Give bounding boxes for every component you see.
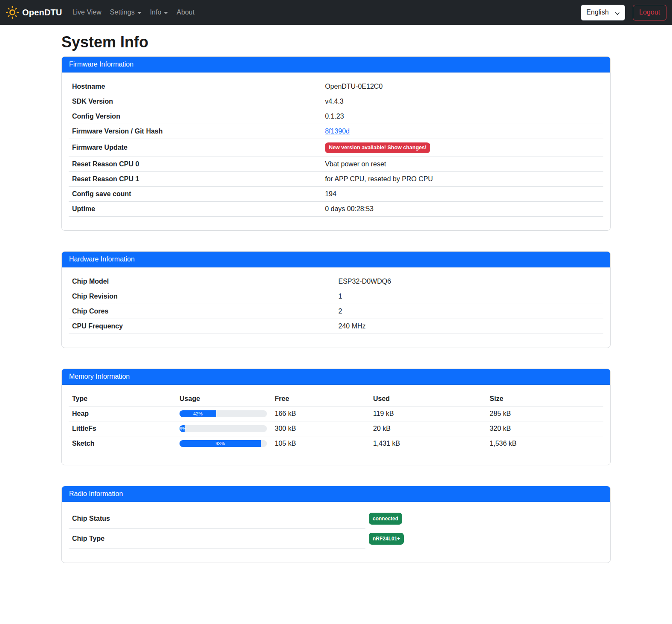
table-row: LittleFs 6% 300 kB 20 kB 320 kB xyxy=(69,421,603,436)
column-header: Type xyxy=(69,392,176,406)
free-value: 166 kB xyxy=(271,406,370,421)
heap-progress-bar: 42% xyxy=(180,410,216,417)
row-label: Chip Status xyxy=(69,509,365,529)
nav-item-info[interactable]: Info xyxy=(146,5,173,20)
row-value: 2 xyxy=(335,304,603,319)
free-value: 300 kB xyxy=(271,421,370,436)
row-value: v4.4.3 xyxy=(322,94,603,109)
table-row: Firmware Update New version available! S… xyxy=(69,139,603,157)
row-label: Hostname xyxy=(69,79,322,94)
row-value: 0 days 00:28:53 xyxy=(322,201,603,216)
row-label: Chip Cores xyxy=(69,304,335,319)
radio-information-card: Radio Information Chip Status connected … xyxy=(61,486,611,563)
language-select[interactable]: English xyxy=(581,5,625,20)
navbar-right: English Logout xyxy=(581,5,666,20)
nav-item-label: About xyxy=(177,9,194,16)
table-header-row: Type Usage Free Used Size xyxy=(69,392,603,406)
sketch-progress-track: 93% xyxy=(180,440,267,447)
firmware-information-card: Firmware Information Hostname OpenDTU-0E… xyxy=(61,56,611,231)
memory-table: Type Usage Free Used Size Heap 42% xyxy=(69,392,603,451)
column-header: Usage xyxy=(176,392,271,406)
row-label: Chip Revision xyxy=(69,289,335,304)
brand-title: OpenDTU xyxy=(22,8,62,17)
table-row: CPU Frequency 240 MHz xyxy=(69,319,603,334)
chip-status-badge: connected xyxy=(369,513,402,525)
chevron-down-icon xyxy=(137,12,142,14)
row-label: Config Version xyxy=(69,109,322,124)
row-value: 194 xyxy=(322,186,603,201)
row-label: Heap xyxy=(69,406,176,421)
row-label: Config save count xyxy=(69,186,322,201)
row-label: Firmware Update xyxy=(69,139,322,157)
chip-type-badge: nRF24L01+ xyxy=(369,533,404,545)
usage-cell: 93% xyxy=(176,436,271,451)
free-value: 105 kB xyxy=(271,436,370,451)
row-value: Vbat power on reset xyxy=(322,157,603,171)
row-value: nRF24L01+ xyxy=(365,528,603,549)
hardware-table: Chip Model ESP32-D0WDQ6 Chip Revision 1 … xyxy=(69,274,603,334)
radio-table: Chip Status connected Chip Type nRF24L01… xyxy=(69,509,603,549)
row-label: SDK Version xyxy=(69,94,322,109)
row-label: CPU Frequency xyxy=(69,319,335,334)
row-value: for APP CPU, reseted by PRO CPU xyxy=(322,171,603,186)
row-value: 0.1.23 xyxy=(322,109,603,124)
size-value: 1,536 kB xyxy=(486,436,603,451)
table-row: Uptime 0 days 00:28:53 xyxy=(69,201,603,216)
nav-item-live-view[interactable]: Live View xyxy=(68,5,106,20)
row-value: OpenDTU-0E12C0 xyxy=(322,79,603,94)
row-value: 240 MHz xyxy=(335,319,603,334)
chevron-down-icon xyxy=(164,12,168,14)
row-label: LittleFs xyxy=(69,421,176,436)
nav-item-settings[interactable]: Settings xyxy=(106,5,146,20)
firmware-update-badge[interactable]: New version available! Show changes! xyxy=(325,142,430,153)
git-hash-link[interactable]: 8f1390d xyxy=(325,128,350,135)
table-row: Reset Reason CPU 0 Vbat power on reset xyxy=(69,157,603,171)
firmware-table: Hostname OpenDTU-0E12C0 SDK Version v4.4… xyxy=(69,79,603,217)
table-row: Hostname OpenDTU-0E12C0 xyxy=(69,79,603,94)
table-row: Chip Type nRF24L01+ xyxy=(69,528,603,549)
table-row: Sketch 93% 105 kB 1,431 kB 1,536 kB xyxy=(69,436,603,451)
card-body: Hostname OpenDTU-0E12C0 SDK Version v4.4… xyxy=(62,73,610,230)
row-value: connected xyxy=(365,509,603,529)
row-label: Chip Type xyxy=(69,528,365,549)
column-header: Used xyxy=(370,392,486,406)
table-row: Config Version 0.1.23 xyxy=(69,109,603,124)
brand[interactable]: OpenDTU xyxy=(6,6,62,19)
chevron-down-icon xyxy=(615,10,620,15)
row-label: Chip Model xyxy=(69,274,335,289)
column-header: Size xyxy=(486,392,603,406)
row-value: 8f1390d xyxy=(322,124,603,139)
littlefs-progress-bar: 6% xyxy=(180,425,185,432)
hardware-information-card: Hardware Information Chip Model ESP32-D0… xyxy=(61,251,611,348)
used-value: 20 kB xyxy=(370,421,486,436)
row-value: New version available! Show changes! xyxy=(322,139,603,157)
logout-button[interactable]: Logout xyxy=(633,5,666,20)
row-label: Reset Reason CPU 1 xyxy=(69,171,322,186)
memory-information-card: Memory Information Type Usage Free Used … xyxy=(61,369,611,465)
row-label: Firmware Version / Git Hash xyxy=(69,124,322,139)
sun-logo-icon xyxy=(6,6,19,19)
used-value: 1,431 kB xyxy=(370,436,486,451)
card-header: Memory Information xyxy=(62,369,610,385)
card-header: Firmware Information xyxy=(62,57,610,73)
card-body: Chip Status connected Chip Type nRF24L01… xyxy=(62,502,610,563)
row-value: 1 xyxy=(335,289,603,304)
littlefs-progress-track: 6% xyxy=(180,425,267,432)
table-row: Reset Reason CPU 1 for APP CPU, reseted … xyxy=(69,171,603,186)
usage-cell: 42% xyxy=(176,406,271,421)
table-row: Chip Cores 2 xyxy=(69,304,603,319)
nav-item-about[interactable]: About xyxy=(172,5,199,20)
usage-cell: 6% xyxy=(176,421,271,436)
nav-item-label: Settings xyxy=(110,9,135,16)
sketch-progress-bar: 93% xyxy=(180,440,261,447)
used-value: 119 kB xyxy=(370,406,486,421)
table-row: Heap 42% 166 kB 119 kB 285 kB xyxy=(69,406,603,421)
nav-item-label: Info xyxy=(150,9,162,16)
size-value: 320 kB xyxy=(486,421,603,436)
main-content: System Info Firmware Information Hostnam… xyxy=(61,33,611,609)
card-body: Chip Model ESP32-D0WDQ6 Chip Revision 1 … xyxy=(62,267,610,348)
table-row: SDK Version v4.4.3 xyxy=(69,94,603,109)
nav-links: Live View Settings Info About xyxy=(68,5,199,20)
top-navbar: OpenDTU Live View Settings Info About En… xyxy=(0,0,672,25)
language-selected-value: English xyxy=(586,9,608,16)
